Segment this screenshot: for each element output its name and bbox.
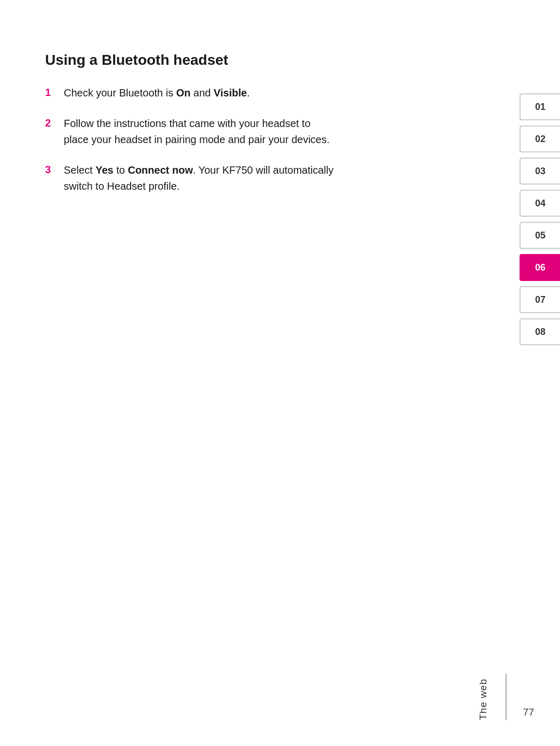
tab-04[interactable]: 04 <box>520 190 560 217</box>
step-number-1: 1 <box>45 85 60 100</box>
tab-06[interactable]: 06 <box>520 254 560 281</box>
tab-03[interactable]: 03 <box>520 158 560 185</box>
main-content: Using a Bluetooth headset 1 Check your B… <box>45 52 335 209</box>
tab-05[interactable]: 05 <box>520 222 560 249</box>
step-text-2: Follow the instructions that came with y… <box>64 116 335 148</box>
tab-08[interactable]: 08 <box>520 318 560 345</box>
tab-02[interactable]: 02 <box>520 125 560 152</box>
step-number-2: 2 <box>45 116 60 130</box>
steps-list: 1 Check your Bluetooth is On and Visible… <box>45 85 335 194</box>
bottom-right: The web 77 <box>478 673 534 720</box>
step-item-2: 2 Follow the instructions that came with… <box>45 116 335 148</box>
sidebar-tabs: 01 02 03 04 05 06 07 08 <box>520 93 560 345</box>
step-text-1: Check your Bluetooth is On and Visible. <box>64 85 250 101</box>
step-item-1: 1 Check your Bluetooth is On and Visible… <box>45 85 335 101</box>
the-web-container: The web 77 <box>478 673 534 720</box>
section-title: Using a Bluetooth headset <box>45 52 335 68</box>
step-text-3: Select Yes to Connect now. Your KF750 wi… <box>64 162 335 194</box>
page: Using a Bluetooth headset 1 Check your B… <box>0 0 560 746</box>
tab-07[interactable]: 07 <box>520 286 560 313</box>
step-item-3: 3 Select Yes to Connect now. Your KF750 … <box>45 162 335 194</box>
section-label: The web <box>478 679 489 720</box>
divider-line <box>506 673 507 720</box>
tab-01[interactable]: 01 <box>520 93 560 120</box>
step-number-3: 3 <box>45 162 60 177</box>
page-number: 77 <box>523 707 534 720</box>
